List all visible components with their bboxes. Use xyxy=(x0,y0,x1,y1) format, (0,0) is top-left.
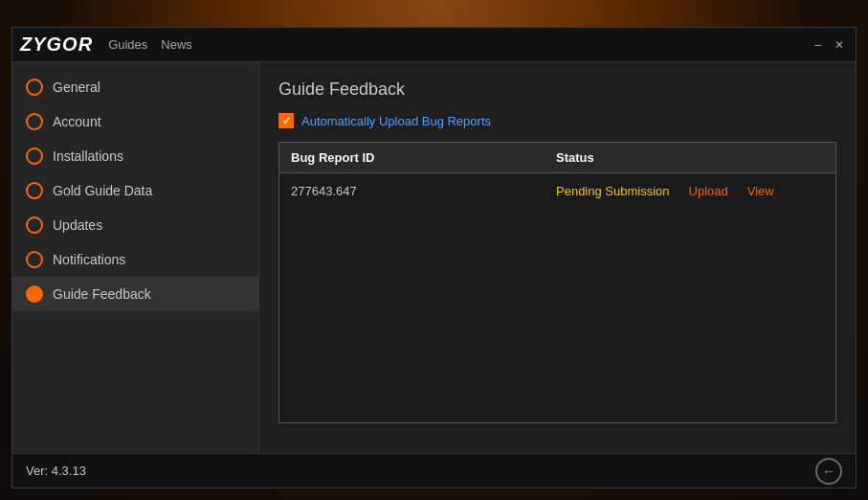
table-header: Bug Report ID Status xyxy=(279,143,835,173)
sidebar-icon-installations xyxy=(26,148,43,165)
sidebar-label-gold-guide-data: Gold Guide Data xyxy=(53,183,152,198)
close-button[interactable]: ✕ xyxy=(831,36,848,54)
status-badge: Pending Submission xyxy=(556,184,670,198)
nav-guides[interactable]: Guides xyxy=(108,37,147,52)
bug-status-cell: Pending Submission Upload View xyxy=(556,184,824,198)
sidebar-item-updates[interactable]: Updates xyxy=(12,208,258,242)
table-body: 277643.647 Pending Submission Upload Vie… xyxy=(279,173,835,422)
sidebar-label-installations: Installations xyxy=(53,148,123,164)
footer: Ver: 4.3.13 ← xyxy=(12,453,856,488)
back-button[interactable]: ← xyxy=(815,458,842,485)
sidebar: General Account Installations Gold Guide… xyxy=(12,62,259,453)
sidebar-item-general[interactable]: General xyxy=(12,70,258,104)
version-value: 4.3.13 xyxy=(52,464,86,478)
sidebar-label-account: Account xyxy=(53,114,101,129)
table-row: 277643.647 Pending Submission Upload Vie… xyxy=(279,173,835,208)
sidebar-label-general: General xyxy=(53,80,100,95)
title-bar: ZYGOR Guides News – ✕ xyxy=(12,28,856,62)
sidebar-icon-notifications xyxy=(26,251,43,268)
app-logo: ZYGOR xyxy=(20,34,93,56)
sidebar-icon-general xyxy=(26,79,43,96)
version-label: Ver: xyxy=(26,464,48,478)
sidebar-item-notifications[interactable]: Notifications xyxy=(12,242,258,277)
sidebar-label-guide-feedback: Guide Feedback xyxy=(53,286,151,302)
col-header-id: Bug Report ID xyxy=(291,150,556,165)
main-window: ZYGOR Guides News – ✕ General Account In… xyxy=(11,27,857,489)
content-panel: Guide Feedback Automatically Upload Bug … xyxy=(259,62,856,453)
label-link[interactable]: Upload Bug Reports xyxy=(379,114,491,128)
sidebar-item-installations[interactable]: Installations xyxy=(12,139,258,173)
sidebar-icon-guide-feedback xyxy=(26,285,43,303)
auto-upload-checkbox[interactable] xyxy=(278,113,294,128)
minimize-button[interactable]: – xyxy=(811,36,825,54)
sidebar-item-account[interactable]: Account xyxy=(12,104,258,139)
window-controls: – ✕ xyxy=(811,36,848,54)
sidebar-label-notifications: Notifications xyxy=(53,252,125,267)
sidebar-item-guide-feedback[interactable]: Guide Feedback xyxy=(12,277,258,311)
main-content: General Account Installations Gold Guide… xyxy=(12,62,856,453)
page-title: Guide Feedback xyxy=(278,80,836,100)
sidebar-label-updates: Updates xyxy=(53,217,102,233)
nav-news[interactable]: News xyxy=(161,37,192,52)
bug-report-id: 277643.647 xyxy=(291,184,556,198)
view-button[interactable]: View xyxy=(747,184,774,198)
sidebar-icon-account xyxy=(26,113,43,130)
sidebar-item-gold-guide-data[interactable]: Gold Guide Data xyxy=(12,173,258,208)
col-header-status: Status xyxy=(556,150,824,165)
sidebar-icon-gold-guide-data xyxy=(26,182,43,199)
version-text: Ver: 4.3.13 xyxy=(26,464,86,478)
auto-upload-label: Automatically Upload Bug Reports xyxy=(301,114,491,128)
bug-table: Bug Report ID Status 277643.647 Pending … xyxy=(278,142,836,423)
upload-button[interactable]: Upload xyxy=(689,184,728,198)
auto-upload-row: Automatically Upload Bug Reports xyxy=(278,113,836,128)
label-prefix: Automatically xyxy=(301,114,379,128)
sidebar-icon-updates xyxy=(26,216,43,234)
